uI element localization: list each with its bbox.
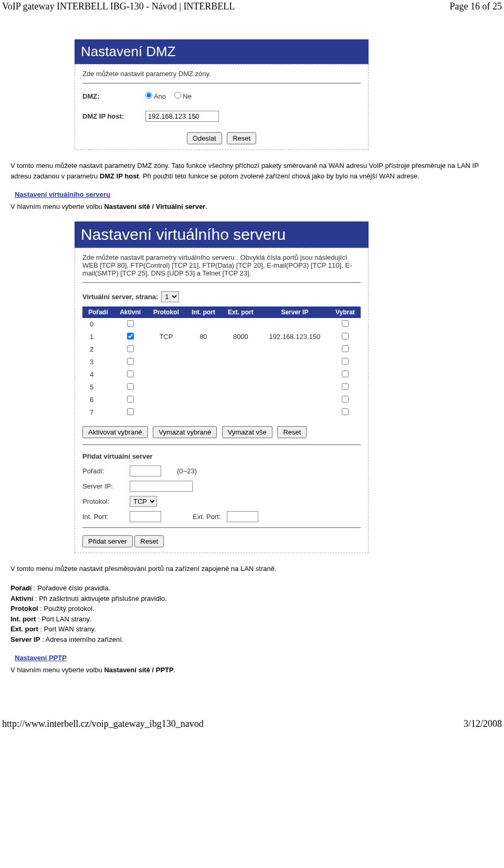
vs-cell-idx: 5 xyxy=(82,381,114,394)
doc2-p1: V tomto menu můžete nastavit přesměrován… xyxy=(10,565,277,573)
vs-cell-idx: 7 xyxy=(82,406,114,419)
vs-reset-button[interactable]: Reset xyxy=(277,426,307,438)
vs-active-checkbox[interactable] xyxy=(127,396,134,403)
doc-definitions: Pořadí : Pořadové číslo pravidla. Aktivn… xyxy=(10,583,494,644)
vs-cell-ip xyxy=(260,394,330,406)
vs-add-reset-button[interactable]: Reset xyxy=(134,535,164,547)
table-row: 1TCP808000192.168.123.150 xyxy=(82,331,361,343)
def-intport-k: Int. port xyxy=(10,615,36,623)
dmz-radio-yes-wrap: Ano xyxy=(145,92,166,100)
def-intport-v: : Port LAN strany. xyxy=(36,615,91,623)
vs-cell-proto xyxy=(147,356,185,368)
dmz-radio-yes[interactable] xyxy=(145,92,152,99)
vs-cell-int xyxy=(185,381,222,394)
table-row: 0 xyxy=(82,318,361,331)
doc1-p1c: . Při použití této funkce se potom zvole… xyxy=(139,172,419,180)
section-link-pptp[interactable]: Nastavení PPTP xyxy=(15,654,498,662)
vs-page-select[interactable]: 1 xyxy=(161,291,179,302)
dmz-radio-no[interactable] xyxy=(174,92,181,99)
dmz-panel-title: Nastavení DMZ xyxy=(75,39,369,64)
vs-active-checkbox[interactable] xyxy=(127,333,134,340)
vs-cell-idx: 3 xyxy=(82,356,114,368)
doc-paragraph-dmz: V tomto menu můžete nastavit parametry D… xyxy=(10,161,494,181)
doc1-p2a: V hlavním menu vyberte volbu xyxy=(10,203,104,210)
header-right: Page 16 of 25 xyxy=(450,1,502,12)
vs-select-checkbox[interactable] xyxy=(342,371,349,377)
dmz-reset-button[interactable]: Reset xyxy=(227,132,256,144)
doc-paragraph-vs-intro: V hlavním menu vyberte volbu Nastavení s… xyxy=(10,202,494,212)
vs-cell-ip xyxy=(260,368,330,381)
vs-cell-ext xyxy=(222,381,260,394)
vs-cell-ip: 192.168.123.150 xyxy=(260,331,330,343)
vs-cell-int xyxy=(185,343,222,356)
def-protokol-v: : Použitý protokol. xyxy=(38,605,94,612)
vs-active-checkbox[interactable] xyxy=(127,358,134,365)
header-left: VoIP gateway INTERBELL IBG-130 - Návod |… xyxy=(2,1,235,12)
vs-cell-idx: 6 xyxy=(82,394,114,406)
vs-select-checkbox[interactable] xyxy=(342,345,349,352)
def-protokol-k: Protokol xyxy=(10,605,38,612)
vs-add-poradi-input[interactable] xyxy=(130,465,161,477)
vs-th-serverip: Server IP xyxy=(260,306,330,318)
vs-select-checkbox[interactable] xyxy=(342,383,349,390)
vs-add-protokol-select[interactable]: TCP xyxy=(130,496,157,507)
def-extport-v: : Port WAN strany. xyxy=(38,625,96,633)
vs-cell-proto xyxy=(147,343,185,356)
vs-select-checkbox[interactable] xyxy=(342,333,349,340)
vs-cell-proto xyxy=(147,394,185,406)
vs-panel: Nastavení virtuálního serveru Zde můžete… xyxy=(75,221,369,553)
dmz-submit-button[interactable]: Odeslat xyxy=(187,132,222,144)
vs-add-serverip-input[interactable] xyxy=(130,481,193,492)
vs-cell-idx: 4 xyxy=(82,368,114,381)
vs-add-heading: Přidat virtuální server xyxy=(82,444,361,460)
dmz-radio-no-wrap: Ne xyxy=(174,92,192,100)
doc2-p2c: . xyxy=(174,666,176,674)
doc2-p2a: V hlavním menu vyberte volbu xyxy=(10,666,104,674)
vs-activate-button[interactable]: Aktivovat vybrané xyxy=(82,426,148,438)
vs-delete-button[interactable]: Vymazat vybrané xyxy=(153,426,217,438)
vs-active-checkbox[interactable] xyxy=(127,371,134,377)
vs-add-extport-input[interactable] xyxy=(227,511,258,522)
vs-add-intport-label: Int. Port: xyxy=(82,513,130,521)
def-serverip-k: Server IP xyxy=(10,636,40,643)
vs-select-checkbox[interactable] xyxy=(342,396,349,403)
vs-th-extport: Ext. port xyxy=(222,306,260,318)
vs-add-server-button[interactable]: Přidat server xyxy=(82,535,133,547)
table-row: 3 xyxy=(82,356,361,368)
vs-delete-all-button[interactable]: Vymazat vše xyxy=(222,426,272,438)
vs-select-checkbox[interactable] xyxy=(342,358,349,365)
dmz-panel-desc: Zde můžete nastavit parametry DMZ zóny. xyxy=(82,70,361,83)
dmz-ip-input[interactable] xyxy=(145,111,219,122)
vs-select-checkbox[interactable] xyxy=(342,408,349,415)
def-aktivni-v: : Při zaškrtnutí aktivujete příslušné pr… xyxy=(33,595,166,602)
table-row: 7 xyxy=(82,406,361,419)
vs-cell-ext xyxy=(222,406,260,419)
section-link-virtual-server[interactable]: Nastavení virtuálního serveru xyxy=(15,190,498,198)
table-row: 2 xyxy=(82,343,361,356)
table-row: 4 xyxy=(82,368,361,381)
vs-th-intport: Int. port xyxy=(185,306,222,318)
def-aktivni-k: Aktivní xyxy=(10,595,33,602)
vs-active-checkbox[interactable] xyxy=(127,383,134,390)
vs-cell-idx: 1 xyxy=(82,331,114,343)
vs-cell-proto xyxy=(147,406,185,419)
table-row: 6 xyxy=(82,394,361,406)
vs-add-protokol-label: Protokol: xyxy=(82,497,130,505)
vs-cell-proto xyxy=(147,381,185,394)
vs-page-label: Virtuální server, strana: xyxy=(82,293,158,301)
vs-cell-ext xyxy=(222,318,260,331)
vs-active-checkbox[interactable] xyxy=(127,408,134,415)
vs-cell-ip xyxy=(260,406,330,419)
vs-th-vybrat: Vybrat xyxy=(330,306,361,318)
vs-cell-int xyxy=(185,356,222,368)
vs-active-checkbox[interactable] xyxy=(127,320,134,327)
vs-cell-int xyxy=(185,368,222,381)
vs-panel-desc: Zde můžete nastavit parametry virtuálníh… xyxy=(82,253,361,283)
vs-add-intport-input[interactable] xyxy=(130,511,161,522)
vs-th-aktivni: Aktivní xyxy=(114,306,147,318)
vs-cell-int: 80 xyxy=(185,331,222,343)
vs-cell-proto xyxy=(147,368,185,381)
vs-active-checkbox[interactable] xyxy=(127,345,134,352)
vs-add-poradi-label: Pořadí: xyxy=(82,467,130,475)
vs-select-checkbox[interactable] xyxy=(342,320,349,327)
